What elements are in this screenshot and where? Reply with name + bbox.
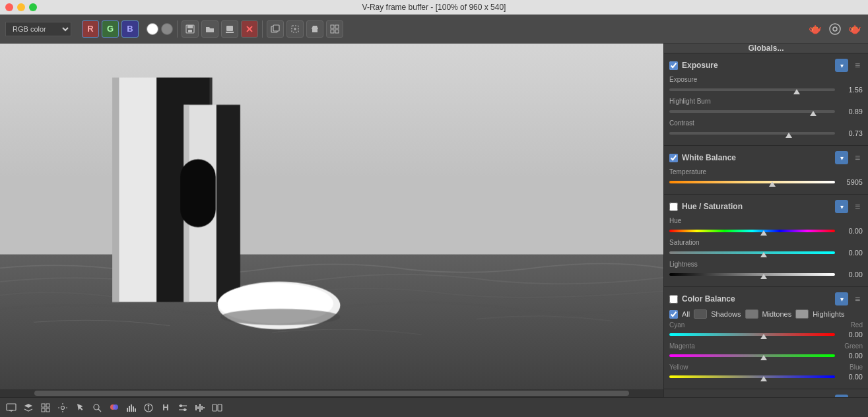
yellow-label: Yellow xyxy=(669,364,688,371)
saturation-track xyxy=(669,251,835,254)
minimize-button[interactable] xyxy=(17,3,25,11)
color-balance-collapse-btn[interactable]: ▾ xyxy=(835,292,848,305)
right-panel: Globals... Exposure ▾ ≡ Exposure xyxy=(663,44,868,397)
temperature-value: 5905 xyxy=(839,178,863,186)
svg-rect-35 xyxy=(46,408,50,412)
svg-point-48 xyxy=(148,405,149,406)
bottom-cursor-btn[interactable] xyxy=(73,401,87,415)
bottom-compare-btn[interactable] xyxy=(210,401,224,415)
cb-highlights-swatch xyxy=(795,309,809,319)
hue-saturation-checkbox[interactable] xyxy=(669,203,678,211)
folder-open-button[interactable] xyxy=(201,20,218,38)
hue-track-container[interactable] xyxy=(669,226,835,236)
cyan-red-thumb xyxy=(760,334,767,339)
lightness-track xyxy=(669,273,835,276)
svg-rect-19 xyxy=(112,78,119,302)
yellow-blue-track-container[interactable] xyxy=(669,371,835,382)
saturation-track-container[interactable] xyxy=(669,247,835,258)
contrast-track-container[interactable] xyxy=(669,128,835,139)
svg-point-40 xyxy=(113,404,118,410)
svg-rect-2 xyxy=(188,30,192,32)
window-title: V-Ray frame buffer - [100% of 960 x 540] xyxy=(362,3,506,12)
disk-icon[interactable] xyxy=(827,21,843,37)
yellow-blue-label-row: Yellow Blue xyxy=(669,364,863,371)
magenta-green-track-container[interactable] xyxy=(669,350,835,361)
save-button[interactable] xyxy=(182,20,199,38)
stamp-button[interactable] xyxy=(221,20,238,38)
bottom-histogram-btn[interactable] xyxy=(124,401,139,415)
highlight-burn-inner: 0.89 xyxy=(669,106,863,117)
bottom-grid-btn[interactable] xyxy=(38,401,53,415)
cb-midtones-swatch xyxy=(745,309,758,319)
grid-render-button[interactable] xyxy=(326,20,343,38)
hue-inner: 0.00 xyxy=(669,226,863,236)
bottom-letterH-btn[interactable]: H xyxy=(158,401,173,415)
cyan-red-inner: 0.00 xyxy=(669,329,863,340)
cb-highlights-label: Highlights xyxy=(813,310,844,318)
color-balance-menu-btn[interactable]: ≡ xyxy=(852,292,863,305)
exposure-slider-row: Exposure 1.56 xyxy=(669,76,863,95)
teapot-icon-right[interactable]: 🫖 xyxy=(847,21,863,37)
lightness-track-container[interactable] xyxy=(669,269,835,280)
levels-section: Levels ▾ ≡ xyxy=(664,389,868,397)
channel-r-button[interactable]: R xyxy=(82,20,99,38)
white-balance-label: White Balance xyxy=(682,153,831,162)
exposure-value: 1.56 xyxy=(839,86,863,94)
bottom-waveform-btn[interactable] xyxy=(193,401,207,415)
teapot-icon-left[interactable]: 🫖 xyxy=(807,21,823,37)
yellow-blue-slider-row: Yellow Blue 0.00 xyxy=(669,364,863,382)
highlight-burn-slider-row: Highlight Burn 0.89 xyxy=(669,98,863,117)
bucket-button[interactable] xyxy=(306,20,323,38)
color-balance-section: Color Balance ▾ ≡ All Shadows Midtones H… xyxy=(664,287,868,389)
white-balance-collapse-btn[interactable]: ▾ xyxy=(835,151,848,164)
exposure-menu-btn[interactable]: ≡ xyxy=(852,59,863,72)
white-balance-checkbox[interactable] xyxy=(669,154,678,162)
channel-b-button[interactable]: B xyxy=(121,20,139,38)
svg-rect-55 xyxy=(199,404,201,412)
duplicate-button[interactable] xyxy=(267,20,284,38)
magenta-green-value: 0.00 xyxy=(839,352,863,360)
magenta-green-thumb xyxy=(760,355,767,360)
magenta-green-label-row: Magenta Green xyxy=(669,342,863,350)
close-button[interactable] xyxy=(5,3,13,11)
bottom-color-btn[interactable] xyxy=(107,401,121,415)
bottom-info-btn[interactable] xyxy=(141,401,156,415)
bottom-settings-btn[interactable] xyxy=(55,401,70,415)
highlight-burn-label: Highlight Burn xyxy=(669,98,863,105)
viewport-scrollbar[interactable] xyxy=(0,389,663,397)
svg-line-38 xyxy=(98,409,101,412)
color-balance-header: Color Balance ▾ ≡ xyxy=(669,291,863,307)
channel-g-button[interactable]: G xyxy=(102,20,119,38)
svg-rect-16 xyxy=(0,44,663,282)
bottom-layers-btn[interactable] xyxy=(21,401,36,415)
exposure-track-container[interactable] xyxy=(669,84,835,95)
exposure-checkbox[interactable] xyxy=(669,61,678,70)
bottom-monitor-btn[interactable] xyxy=(4,401,18,415)
highlight-burn-track xyxy=(669,110,835,113)
clear-button[interactable] xyxy=(241,20,258,38)
hue-value: 0.00 xyxy=(839,227,863,235)
maximize-button[interactable] xyxy=(29,3,37,11)
temperature-track-container[interactable] xyxy=(669,177,835,187)
highlight-burn-track-container[interactable] xyxy=(669,106,835,117)
svg-rect-24 xyxy=(217,105,240,302)
white-balance-header: White Balance ▾ ≡ xyxy=(669,150,863,166)
exposure-track xyxy=(669,88,835,91)
bottom-zoom-btn[interactable] xyxy=(90,401,104,415)
color-balance-checkbox[interactable] xyxy=(669,295,678,304)
exposure-section: Exposure ▾ ≡ Exposure 1.56 Highligh xyxy=(664,53,868,146)
exposure-collapse-btn[interactable]: ▾ xyxy=(835,59,848,72)
hue-saturation-menu-btn[interactable]: ≡ xyxy=(852,200,863,213)
panel-header: Globals... xyxy=(664,44,868,53)
cyan-red-track-container[interactable] xyxy=(669,329,835,340)
saturation-value: 0.00 xyxy=(839,249,863,257)
hue-saturation-collapse-btn[interactable]: ▾ xyxy=(835,200,848,213)
region-button[interactable] xyxy=(286,20,304,38)
bottom-options-btn[interactable] xyxy=(176,401,190,415)
exposure-section-header: Exposure ▾ ≡ xyxy=(669,57,863,73)
red-label: Red xyxy=(851,321,863,329)
color-mode-dropdown[interactable]: RGB color HSV Luminance xyxy=(5,22,71,36)
cb-all-checkbox[interactable] xyxy=(669,310,678,319)
exposure-label: Exposure xyxy=(682,61,831,70)
white-balance-menu-btn[interactable]: ≡ xyxy=(852,151,863,164)
